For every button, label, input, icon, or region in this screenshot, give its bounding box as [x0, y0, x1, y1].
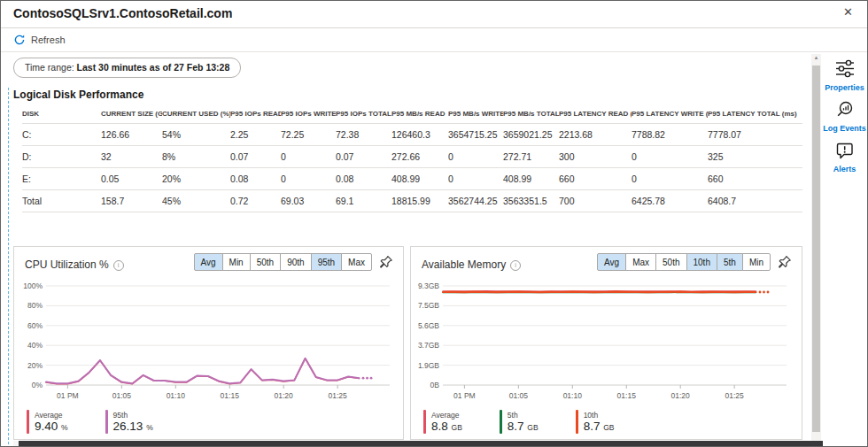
log-events-icon — [835, 107, 855, 122]
table-cell: E: — [22, 168, 101, 190]
column-header: DISK — [22, 104, 101, 124]
y-axis-label: 7.5GB — [418, 301, 439, 310]
table-cell: 0 — [448, 168, 503, 190]
agg-toggle-min[interactable]: Min — [742, 253, 771, 271]
alerts-icon — [834, 148, 855, 163]
y-axis-label: 1.9GB — [418, 361, 439, 370]
table-row: C:126.6654%2.2572.2572.38126460.33654715… — [22, 124, 802, 146]
agg-toggle-5th[interactable]: 5th — [717, 253, 743, 271]
table-cell: D: — [22, 146, 101, 168]
y-axis-label: 0% — [32, 381, 43, 389]
column-header: CURRENT USED (%) — [162, 104, 230, 124]
table-cell: 32 — [101, 146, 162, 168]
table-cell: 408.99 — [391, 168, 448, 190]
agg-toggle-max[interactable]: Max — [625, 253, 656, 271]
table-cell: 72.25 — [281, 124, 336, 146]
close-icon[interactable]: ✕ — [843, 5, 853, 19]
column-header: P95 LATENCY TOTAL (ms) — [708, 104, 802, 124]
table-row: D:328%0.0700.07272.660272.713000325 — [22, 146, 802, 168]
x-axis-label: 01:10 — [167, 391, 186, 400]
table-row: E:0.0520%0.0800.08408.990408.996600660 — [22, 168, 802, 190]
column-header: P95 MB/s READ — [391, 104, 448, 124]
table-cell: 72.38 — [336, 124, 391, 146]
rail-item-label: Alerts — [823, 165, 866, 173]
table-cell: 0 — [281, 168, 336, 190]
properties-icon — [833, 66, 856, 81]
disk-table: DISKCURRENT SIZE (GB)CURRENT USED (%)P95… — [22, 104, 802, 212]
y-axis-label: 100% — [23, 281, 43, 290]
table-cell: 0 — [632, 146, 708, 168]
table-cell: 69.03 — [281, 190, 336, 212]
table-cell: 0.05 — [101, 168, 162, 190]
rail-item-log-events[interactable]: Log Events — [823, 101, 866, 133]
legend-item: Average9.40 % — [27, 410, 68, 435]
x-axis-label: 01:25 — [725, 391, 745, 400]
y-axis-label: 3.7GB — [418, 341, 439, 350]
column-header: CURRENT SIZE (GB) — [101, 104, 162, 124]
refresh-button[interactable]: Refresh — [12, 32, 67, 48]
cpu-line-chart: 100%80%60%40%20%0%01 PM01:0501:1001:1501… — [19, 277, 394, 410]
scroll-up-icon[interactable]: ▲ — [811, 55, 821, 60]
table-cell: 45% — [162, 190, 230, 212]
legend-item: Average8.8 GB — [423, 410, 462, 435]
pin-icon[interactable] — [378, 255, 394, 271]
vertical-scrollbar: ▲ — [811, 54, 821, 441]
x-axis-label: 01:15 — [221, 391, 240, 400]
agg-toggle-95th[interactable]: 95th — [311, 253, 342, 271]
legend-unit: GB — [527, 423, 538, 432]
y-axis-label: 9.3GB — [418, 281, 439, 290]
rail-item-alerts[interactable]: Alerts — [823, 141, 866, 173]
table-header-row: DISKCURRENT SIZE (GB)CURRENT USED (%)P95… — [22, 104, 802, 124]
y-axis-label: 5.6GB — [418, 321, 439, 330]
trailing-dot — [767, 291, 770, 294]
x-axis-label: 01:25 — [329, 391, 348, 400]
table-cell: 0.07 — [336, 146, 391, 168]
page-title: ContosoSQLSrv1.ContosoRetail.com — [13, 6, 232, 20]
legend-unit: % — [61, 423, 68, 432]
x-axis-label: 01:15 — [617, 391, 637, 400]
agg-toggle-90th[interactable]: 90th — [280, 253, 311, 271]
time-range-prefix: Time range: — [25, 62, 77, 73]
memory-chart-card: Available Memoryi AvgMax50th10th5thMin 9… — [410, 246, 802, 440]
table-cell: 300 — [559, 146, 632, 168]
agg-toggle-50th[interactable]: 50th — [655, 253, 686, 271]
info-icon[interactable]: i — [510, 260, 521, 271]
aggregation-toggle-group: AvgMin50th90th95thMax — [194, 253, 373, 271]
legend-color-bar — [500, 410, 502, 434]
table-cell: 0 — [448, 146, 503, 168]
toolbar: Refresh — [1, 28, 867, 52]
info-icon[interactable]: i — [113, 260, 124, 271]
chart-title: CPU Utilization %i — [25, 258, 124, 271]
rail-item-properties[interactable]: Properties — [823, 58, 866, 92]
horizontal-scrollbar-thumb[interactable] — [19, 441, 826, 447]
trailing-dot — [763, 291, 765, 294]
time-range-filter[interactable]: Time range: Last 30 minutes as of 27 Feb… — [13, 58, 241, 78]
agg-toggle-avg[interactable]: Avg — [194, 253, 223, 271]
table-cell: 0 — [281, 146, 336, 168]
x-axis-label: 01:10 — [563, 391, 583, 400]
x-axis-label: 01:20 — [671, 391, 691, 400]
table-cell: 3659021.25 — [503, 124, 559, 146]
pin-icon[interactable] — [777, 255, 793, 271]
table-cell: 0.07 — [230, 146, 281, 168]
table-cell: 408.99 — [503, 168, 559, 190]
agg-toggle-min[interactable]: Min — [222, 253, 251, 271]
table-cell: Total — [22, 190, 101, 212]
agg-toggle-avg[interactable]: Avg — [597, 253, 626, 271]
rail-item-label: Properties — [823, 83, 866, 92]
table-cell: 7778.07 — [708, 124, 802, 146]
table-cell: 18815.99 — [391, 190, 448, 212]
agg-toggle-10th[interactable]: 10th — [686, 253, 717, 271]
x-axis-label: 01 PM — [453, 391, 476, 400]
agg-toggle-50th[interactable]: 50th — [250, 253, 281, 271]
vertical-scrollbar-thumb[interactable] — [812, 66, 820, 432]
agg-toggle-max[interactable]: Max — [341, 253, 372, 271]
x-axis-label: 01:05 — [112, 391, 132, 400]
table-cell: 6408.7 — [708, 190, 802, 212]
y-axis-label: 0B — [430, 381, 440, 389]
table-cell: 0.08 — [230, 168, 281, 190]
table-cell: 325 — [708, 146, 802, 168]
table-cell: 0.08 — [336, 168, 391, 190]
legend-label: Average — [35, 410, 68, 420]
legend-item: 5th8.7 GB — [500, 410, 539, 435]
